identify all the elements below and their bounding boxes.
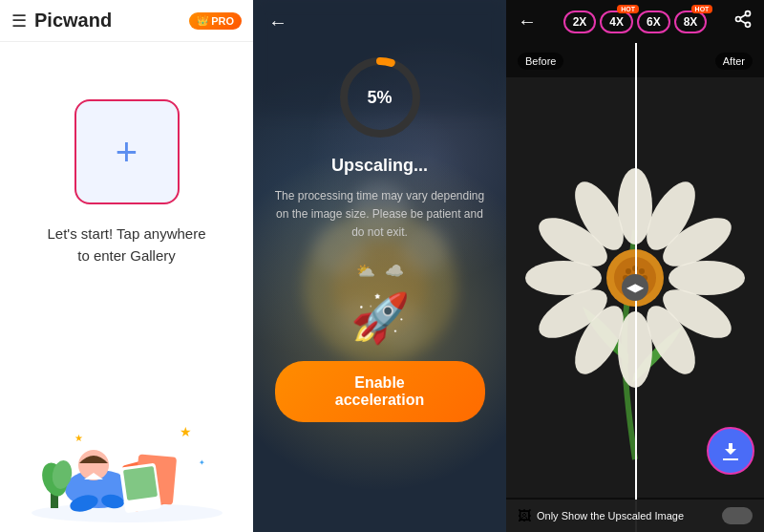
scale-2x-button[interactable]: 2X	[563, 11, 597, 33]
svg-text:★: ★	[180, 424, 192, 439]
rocket-icon: 🚀	[350, 294, 410, 342]
pro-badge[interactable]: 👑 PRO	[189, 12, 242, 30]
home-illustration: ★ ★ ✦	[0, 379, 253, 532]
enable-acceleration-button[interactable]: Enable acceleration	[275, 361, 485, 422]
menu-icon[interactable]: ☰	[11, 11, 27, 32]
after-label: After	[715, 53, 753, 70]
upscaling-header: ←	[253, 0, 506, 45]
upscaled-toggle[interactable]	[722, 507, 753, 524]
progress-ring: 5%	[337, 54, 423, 140]
pro-label: PRO	[211, 15, 234, 27]
comparison-handle[interactable]: ◀▶	[622, 274, 648, 301]
scale-buttons-group: 2X 4X HOT 6X 8X HOT	[544, 11, 726, 33]
illustration-svg: ★ ★ ✦	[22, 379, 232, 522]
scale-4x-wrapper: 4X HOT	[600, 11, 633, 33]
panel-result: ← 2X 4X HOT 6X 8X HOT	[506, 0, 764, 532]
home-header: ☰ Picwand 👑 PRO	[0, 0, 253, 42]
clouds: ⛅ ☁️	[356, 262, 404, 280]
back-arrow-icon[interactable]: ←	[268, 11, 287, 33]
download-button[interactable]	[707, 427, 754, 475]
upscaled-text: Only Show the Upscaled Image	[537, 510, 716, 521]
upscaling-content: 5% Upscaling... The processing time may …	[253, 45, 506, 532]
svg-line-29	[740, 14, 746, 17]
hot-badge-4x: HOT	[617, 5, 639, 13]
panel-home: ☰ Picwand 👑 PRO + Let's start! Tap anywh…	[0, 0, 253, 532]
left-right-arrows-icon: ◀▶	[626, 281, 644, 294]
gallery-prompt[interactable]: Let's start! Tap anywhere to enter Galle…	[41, 223, 213, 266]
cloud-icon-right: ☁️	[385, 262, 404, 280]
svg-point-45	[626, 268, 631, 274]
add-button[interactable]: +	[74, 99, 180, 204]
image-icon: 🖼	[518, 508, 531, 523]
scale-2x-wrapper: 2X	[563, 11, 597, 33]
svg-text:✦: ✦	[199, 458, 205, 467]
before-label: Before	[518, 53, 563, 70]
upscaling-title: Upscaling...	[331, 156, 428, 176]
download-icon	[719, 439, 742, 462]
svg-text:★: ★	[74, 433, 83, 443]
svg-point-27	[746, 22, 751, 27]
share-button[interactable]	[733, 10, 753, 33]
scale-8x-wrapper: 8X HOT	[674, 11, 708, 33]
svg-line-28	[740, 20, 746, 23]
comparison-image-area[interactable]: Before After ◀▶	[506, 43, 764, 532]
crown-icon: 👑	[197, 15, 208, 26]
svg-point-47	[639, 268, 645, 274]
svg-point-26	[736, 17, 741, 22]
share-icon	[733, 10, 753, 29]
cloud-icon-left: ⛅	[356, 262, 375, 280]
scale-6x-wrapper: 6X	[637, 11, 670, 33]
scale-4x-button[interactable]: 4X	[600, 11, 633, 33]
upscaling-description: The processing time may vary depending o…	[272, 187, 487, 243]
back-arrow-result-icon[interactable]: ←	[518, 11, 537, 32]
plus-icon: +	[116, 133, 138, 171]
upscaled-bar: 🖼 Only Show the Upscaled Image	[506, 500, 764, 532]
svg-point-25	[746, 11, 751, 16]
scale-6x-button[interactable]: 6X	[637, 11, 670, 33]
result-header: ← 2X 4X HOT 6X 8X HOT	[506, 0, 764, 43]
panel-upscaling: ← 5% Upscaling... The processing time ma…	[253, 0, 506, 532]
app-title: Picwand	[34, 10, 112, 32]
svg-rect-8	[122, 466, 157, 500]
hot-badge-8x: HOT	[691, 5, 713, 13]
progress-text: 5%	[367, 88, 392, 108]
scale-8x-button[interactable]: 8X	[674, 11, 708, 33]
